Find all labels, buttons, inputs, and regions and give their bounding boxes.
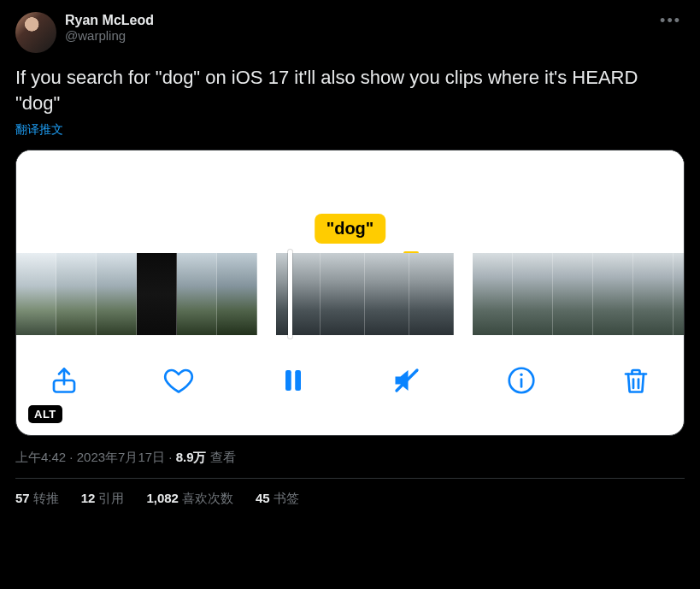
bookmarks-stat[interactable]: 45书签: [256, 491, 299, 507]
svg-rect-1: [285, 370, 291, 391]
clip-frame[interactable]: [137, 253, 177, 335]
timeline-strip[interactable]: [16, 253, 684, 335]
tweet-header: Ryan McLeod @warpling •••: [15, 12, 685, 53]
clip-frame[interactable]: [409, 253, 454, 335]
more-icon[interactable]: •••: [656, 12, 685, 30]
info-icon[interactable]: [506, 365, 537, 396]
svg-point-6: [521, 374, 523, 376]
caption-bubble: "dog": [315, 214, 386, 244]
clip-frame[interactable]: [56, 253, 97, 335]
clip-frame[interactable]: [217, 253, 257, 335]
mute-icon[interactable]: [391, 365, 422, 396]
media-toolbar: [16, 335, 684, 410]
clip-frame[interactable]: [321, 253, 365, 335]
quotes-stat[interactable]: 12引用: [81, 491, 125, 507]
clip-frame[interactable]: [674, 253, 685, 335]
clip-frame[interactable]: [513, 253, 553, 335]
tweet-meta: 上午4:422023年7月17日8.9万 查看: [15, 450, 685, 478]
clip-group-2[interactable]: [276, 253, 454, 335]
clip-frame[interactable]: [97, 253, 137, 335]
clip-frame[interactable]: [633, 253, 674, 335]
clip-frame[interactable]: [593, 253, 633, 335]
clip-frame[interactable]: [553, 253, 593, 335]
svg-rect-2: [295, 370, 301, 391]
display-name: Ryan McLeod: [65, 12, 648, 28]
share-icon[interactable]: [49, 365, 79, 396]
tweet-container: Ryan McLeod @warpling ••• If you search …: [0, 0, 700, 507]
username: @warpling: [65, 28, 648, 44]
clip-frame[interactable]: [473, 253, 513, 335]
trash-icon[interactable]: [621, 365, 651, 396]
views-label: 查看: [210, 450, 236, 464]
clip-frame[interactable]: [365, 253, 409, 335]
views-count: 8.9万: [176, 450, 207, 464]
media-attachment[interactable]: "dog": [15, 150, 685, 436]
alt-badge[interactable]: ALT: [28, 405, 62, 423]
playhead[interactable]: [288, 250, 292, 339]
clip-frame[interactable]: [177, 253, 217, 335]
tweet-text: If you search for "dog" on iOS 17 it'll …: [15, 65, 685, 115]
pause-icon[interactable]: [278, 365, 309, 396]
clip-group-1[interactable]: [16, 253, 257, 335]
clip-group-3[interactable]: [473, 253, 685, 335]
likes-stat[interactable]: 1,082喜欢次数: [146, 491, 233, 507]
retweets-stat[interactable]: 57转推: [15, 491, 59, 507]
avatar[interactable]: [15, 12, 56, 53]
clip-frame[interactable]: [276, 253, 321, 335]
tweet-time[interactable]: 上午4:42: [15, 450, 66, 464]
clip-frame[interactable]: [16, 253, 56, 335]
heart-icon[interactable]: [163, 365, 194, 396]
tweet-date[interactable]: 2023年7月17日: [77, 450, 165, 464]
author-names[interactable]: Ryan McLeod @warpling: [65, 12, 648, 44]
translate-link[interactable]: 翻译推文: [15, 122, 685, 138]
tweet-stats: 57转推 12引用 1,082喜欢次数 45书签: [15, 479, 685, 507]
media-preview-top: "dog": [16, 150, 684, 253]
